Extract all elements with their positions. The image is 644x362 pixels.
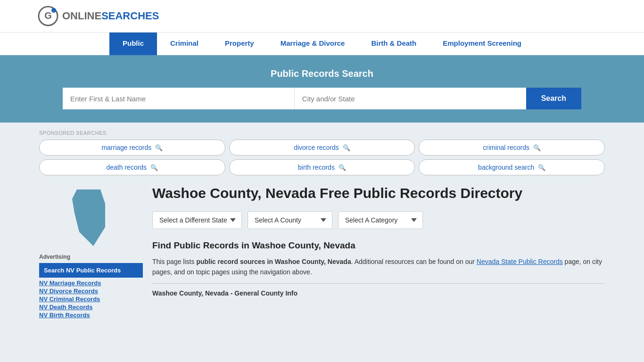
nav-item-marriage-divorce[interactable]: Marriage & Divorce <box>267 33 358 55</box>
content-wrapper: Advertising Search NV Public Records NV … <box>39 185 605 320</box>
sidebar-link-death[interactable]: NV Death Records <box>39 304 143 311</box>
description-text: This page lists public record sources in… <box>152 256 605 278</box>
find-records-heading: Find Public Records in Washoe County, Ne… <box>152 240 605 251</box>
location-input[interactable] <box>295 88 526 109</box>
search-banner-title: Public Records Search <box>38 68 606 79</box>
nevada-map-svg <box>67 185 115 246</box>
nav-item-public[interactable]: Public <box>109 33 157 55</box>
sponsored-tag-marriage[interactable]: marriage records 🔍 <box>39 140 225 156</box>
search-icon: 🔍 <box>150 164 158 171</box>
main-content: Washoe County, Nevada Free Public Record… <box>152 185 605 320</box>
sponsored-grid: marriage records 🔍 divorce records 🔍 cri… <box>39 140 605 175</box>
nevada-state-link[interactable]: Nevada State Public Records <box>477 258 563 265</box>
svg-text:G: G <box>44 10 52 21</box>
sidebar-highlight-link[interactable]: Search NV Public Records <box>39 263 143 278</box>
header: G → ONLINESEARCHES <box>0 0 644 32</box>
nav-item-property[interactable]: Property <box>212 33 267 55</box>
page-title: Washoe County, Nevada Free Public Record… <box>152 185 605 202</box>
category-dropdown[interactable]: Select A Category <box>338 211 423 229</box>
search-icon: 🔍 <box>538 164 545 171</box>
content-divider <box>152 283 605 284</box>
county-dropdown[interactable]: Select A County <box>248 211 332 229</box>
sidebar-link-marriage[interactable]: NV Marriage Records <box>39 280 143 287</box>
sponsored-tag-criminal[interactable]: criminal records 🔍 <box>419 140 605 156</box>
svg-marker-4 <box>72 189 105 246</box>
sponsored-tag-divorce[interactable]: divorce records 🔍 <box>229 140 415 156</box>
search-form: Search <box>63 88 581 109</box>
dropdowns-row: Select a Different State Select A County… <box>152 211 605 229</box>
sponsored-tag-death[interactable]: death records 🔍 <box>39 159 225 175</box>
nav-item-birth-death[interactable]: Birth & Death <box>358 33 429 55</box>
sidebar: Advertising Search NV Public Records NV … <box>39 185 143 320</box>
search-banner: Public Records Search Search <box>0 55 644 123</box>
search-button[interactable]: Search <box>526 88 581 109</box>
main-nav: Public Criminal Property Marriage & Divo… <box>0 32 644 55</box>
nav-item-criminal[interactable]: Criminal <box>157 33 212 55</box>
search-icon: 🔍 <box>155 144 163 151</box>
logo-icon: G → <box>38 6 58 26</box>
logo[interactable]: G → ONLINESEARCHES <box>38 6 159 26</box>
svg-text:→: → <box>52 9 56 13</box>
logo-text: ONLINESEARCHES <box>62 10 159 22</box>
sidebar-link-birth[interactable]: NV Birth Records <box>39 312 143 319</box>
nav-item-employment[interactable]: Employment Screening <box>429 33 535 55</box>
sponsored-label: SPONSORED SEARCHES <box>39 130 605 136</box>
sponsored-section: SPONSORED SEARCHES marriage records 🔍 di… <box>39 130 605 175</box>
main-container: SPONSORED SEARCHES marriage records 🔍 di… <box>30 123 614 327</box>
sidebar-link-criminal[interactable]: NV Criminal Records <box>39 296 143 303</box>
state-dropdown[interactable]: Select a Different State <box>152 211 242 229</box>
search-icon: 🔍 <box>339 164 346 171</box>
content-area: SPONSORED SEARCHES marriage records 🔍 di… <box>39 130 605 320</box>
search-icon: 🔍 <box>343 144 350 151</box>
name-input[interactable] <box>63 88 295 109</box>
bold-text: public record sources in Washoe County, … <box>196 258 351 265</box>
search-icon: 🔍 <box>533 144 541 151</box>
state-map <box>39 185 143 246</box>
sidebar-link-divorce[interactable]: NV Divorce Records <box>39 288 143 295</box>
sponsored-tag-birth[interactable]: birth records 🔍 <box>229 159 415 175</box>
advertising-label: Advertising <box>39 254 143 260</box>
sponsored-tag-background[interactable]: background search 🔍 <box>419 159 605 175</box>
county-info-heading: Washoe County, Nevada - General County I… <box>152 289 605 297</box>
